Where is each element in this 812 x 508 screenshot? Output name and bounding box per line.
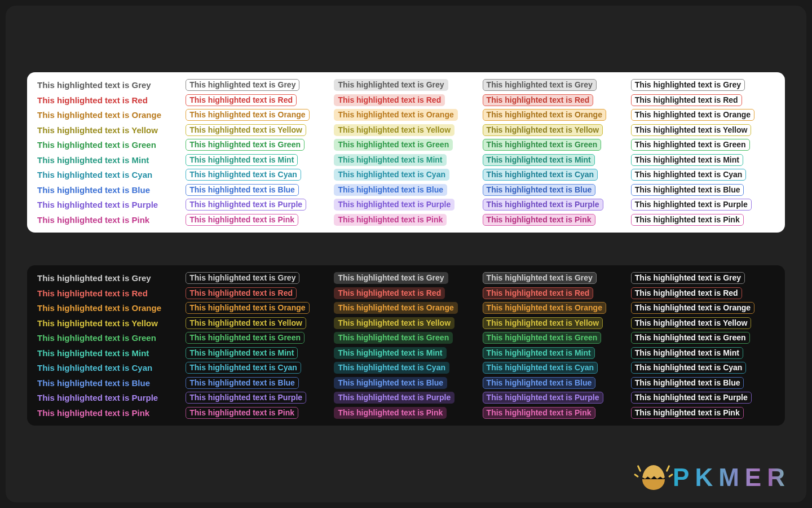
swatch-text: This highlighted text is Purple [37, 199, 158, 211]
swatch-pill: This highlighted text is Cyan [483, 169, 598, 181]
swatch-dark-plain-cyan: This highlighted text is Cyan [37, 362, 181, 374]
swatch-dark-outline-green: This highlighted text is Green [186, 332, 329, 344]
swatch-dark-fill-grey: This highlighted text is Grey [334, 272, 478, 284]
swatch-dark-outline-yellow: This highlighted text is Yellow [186, 317, 329, 329]
swatch-dark-solid-outline-mint: This highlighted text is Mint [631, 347, 775, 359]
swatch-pill: This highlighted text is Green [334, 139, 453, 151]
swatch-pill: This highlighted text is Blue [631, 184, 744, 196]
swatch-pill: This highlighted text is Mint [334, 154, 446, 166]
swatch-pill: This highlighted text is Cyan [631, 169, 747, 181]
swatch-text: This highlighted text is Grey [37, 272, 151, 284]
swatch-dark-fill-green: This highlighted text is Green [334, 332, 478, 344]
swatch-light-outline-orange: This highlighted text is Orange [186, 109, 329, 121]
swatch-pill: This highlighted text is Blue [186, 184, 299, 196]
swatch-light-outline-purple: This highlighted text is Purple [186, 199, 329, 211]
dark-col-fill-outline: This highlighted text is GreyThis highli… [483, 272, 626, 419]
light-theme-panel: This highlighted text is GreyThis highli… [27, 72, 785, 233]
swatch-dark-fill-outline-yellow: This highlighted text is Yellow [483, 317, 626, 329]
swatch-text: This highlighted text is Mint [37, 347, 149, 359]
swatch-pill: This highlighted text is Purple [631, 392, 752, 404]
swatch-dark-solid-outline-green: This highlighted text is Green [631, 332, 775, 344]
swatch-dark-fill-blue: This highlighted text is Blue [334, 377, 478, 389]
swatch-light-plain-pink: This highlighted text is Pink [37, 214, 181, 226]
swatch-light-fill-outline-cyan: This highlighted text is Cyan [483, 169, 626, 181]
dark-col-fill: This highlighted text is GreyThis highli… [334, 272, 478, 419]
swatch-light-plain-grey: This highlighted text is Grey [37, 79, 181, 91]
swatch-pill: This highlighted text is Cyan [186, 362, 301, 374]
swatch-light-plain-red: This highlighted text is Red [37, 94, 181, 106]
swatch-pill: This highlighted text is Red [631, 287, 742, 299]
swatch-light-solid-outline-orange: This highlighted text is Orange [631, 109, 775, 121]
swatch-dark-plain-mint: This highlighted text is Mint [37, 347, 181, 359]
swatch-pill: This highlighted text is Pink [334, 214, 447, 226]
swatch-pill: This highlighted text is Grey [334, 79, 448, 91]
swatch-light-fill-outline-purple: This highlighted text is Purple [483, 199, 626, 211]
swatch-pill: This highlighted text is Purple [483, 199, 603, 211]
brand-logo: PKMER [639, 463, 791, 492]
swatch-text: This highlighted text is Mint [37, 154, 149, 166]
dark-col-solid-outline: This highlighted text is GreyThis highli… [631, 272, 775, 419]
swatch-light-fill-yellow: This highlighted text is Yellow [334, 124, 478, 136]
swatch-dark-fill-outline-green: This highlighted text is Green [483, 332, 626, 344]
swatch-pill: This highlighted text is Pink [631, 214, 744, 226]
swatch-text: This highlighted text is Cyan [37, 362, 152, 374]
swatch-light-plain-orange: This highlighted text is Orange [37, 109, 181, 121]
swatch-dark-plain-orange: This highlighted text is Orange [37, 302, 181, 314]
swatch-pill: This highlighted text is Blue [631, 377, 744, 389]
swatch-pill: This highlighted text is Grey [631, 79, 745, 91]
swatch-pill: This highlighted text is Cyan [631, 362, 747, 374]
swatch-light-outline-pink: This highlighted text is Pink [186, 214, 329, 226]
swatch-light-outline-green: This highlighted text is Green [186, 139, 329, 151]
swatch-pill: This highlighted text is Orange [631, 109, 754, 121]
swatch-light-fill-outline-green: This highlighted text is Green [483, 139, 626, 151]
swatch-pill: This highlighted text is Pink [334, 407, 447, 419]
swatch-light-solid-outline-pink: This highlighted text is Pink [631, 214, 775, 226]
swatch-pill: This highlighted text is Mint [186, 347, 298, 359]
swatch-dark-fill-outline-cyan: This highlighted text is Cyan [483, 362, 626, 374]
swatch-light-fill-outline-yellow: This highlighted text is Yellow [483, 124, 626, 136]
swatch-dark-fill-orange: This highlighted text is Orange [334, 302, 478, 314]
swatch-text: This highlighted text is Grey [37, 79, 151, 91]
swatch-light-fill-orange: This highlighted text is Orange [334, 109, 478, 121]
swatch-light-fill-outline-red: This highlighted text is Red [483, 94, 626, 106]
swatch-pill: This highlighted text is Yellow [334, 124, 454, 136]
swatch-dark-solid-outline-purple: This highlighted text is Purple [631, 392, 775, 404]
swatch-pill: This highlighted text is Orange [631, 302, 754, 314]
swatch-dark-solid-outline-pink: This highlighted text is Pink [631, 407, 775, 419]
swatch-pill: This highlighted text is Pink [631, 407, 744, 419]
swatch-pill: This highlighted text is Blue [186, 377, 299, 389]
swatch-text: This highlighted text is Red [37, 94, 148, 106]
swatch-dark-outline-blue: This highlighted text is Blue [186, 377, 329, 389]
swatch-dark-solid-outline-orange: This highlighted text is Orange [631, 302, 775, 314]
swatch-dark-fill-outline-mint: This highlighted text is Mint [483, 347, 626, 359]
swatch-dark-fill-pink: This highlighted text is Pink [334, 407, 478, 419]
swatch-light-fill-outline-pink: This highlighted text is Pink [483, 214, 626, 226]
swatch-pill: This highlighted text is Blue [483, 377, 596, 389]
swatch-pill: This highlighted text is Purple [186, 392, 306, 404]
swatch-dark-fill-purple: This highlighted text is Purple [334, 392, 478, 404]
swatch-dark-solid-outline-grey: This highlighted text is Grey [631, 272, 775, 284]
swatch-text: This highlighted text is Pink [37, 214, 149, 226]
swatch-pill: This highlighted text is Cyan [334, 169, 449, 181]
dark-theme-panel: This highlighted text is GreyThis highli… [27, 265, 785, 426]
swatch-dark-plain-grey: This highlighted text is Grey [37, 272, 181, 284]
light-col-plain: This highlighted text is GreyThis highli… [37, 79, 181, 226]
swatch-pill: This highlighted text is Blue [334, 184, 447, 196]
swatch-pill: This highlighted text is Purple [334, 392, 454, 404]
light-col-solid-outline: This highlighted text is GreyThis highli… [631, 79, 775, 226]
light-col-fill: This highlighted text is GreyThis highli… [334, 79, 478, 226]
swatch-light-fill-outline-mint: This highlighted text is Mint [483, 154, 626, 166]
swatch-light-fill-grey: This highlighted text is Grey [334, 79, 478, 91]
swatch-light-plain-blue: This highlighted text is Blue [37, 184, 181, 196]
swatch-dark-fill-mint: This highlighted text is Mint [334, 347, 478, 359]
dark-col-plain: This highlighted text is GreyThis highli… [37, 272, 181, 419]
swatch-dark-outline-cyan: This highlighted text is Cyan [186, 362, 329, 374]
swatch-pill: This highlighted text is Mint [631, 154, 743, 166]
swatch-pill: This highlighted text is Cyan [483, 362, 598, 374]
swatch-light-fill-cyan: This highlighted text is Cyan [334, 169, 478, 181]
swatch-dark-plain-yellow: This highlighted text is Yellow [37, 317, 181, 329]
swatch-dark-plain-blue: This highlighted text is Blue [37, 377, 181, 389]
swatch-pill: This highlighted text is Mint [334, 347, 446, 359]
swatch-dark-fill-outline-orange: This highlighted text is Orange [483, 302, 626, 314]
swatch-dark-solid-outline-cyan: This highlighted text is Cyan [631, 362, 775, 374]
